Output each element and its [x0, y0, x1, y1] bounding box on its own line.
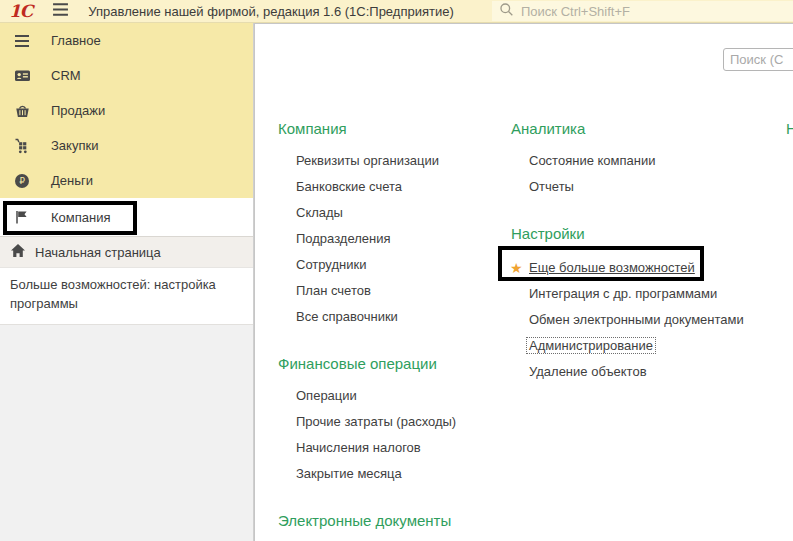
functions-search-input[interactable]	[723, 48, 793, 71]
sidebar-item-label: Главное	[51, 33, 101, 48]
main-menu-button[interactable]	[52, 2, 69, 21]
home-page-label: Начальная страница	[35, 245, 161, 260]
command-link-administrirovanie[interactable]: Администрирование	[511, 333, 761, 359]
command-link[interactable]: Обмен электронными документами	[511, 307, 761, 333]
global-search-placeholder: Поиск Ctrl+Shift+F	[521, 4, 630, 19]
command-link[interactable]: Банковские счета	[278, 174, 503, 200]
sidebar-item-glavnoe[interactable]: Главное	[0, 23, 253, 58]
sidebar-item-label: Деньги	[51, 173, 93, 188]
home-icon	[10, 243, 26, 261]
hamburger-icon	[52, 2, 69, 21]
command-link[interactable]: Удаление объектов	[511, 359, 761, 385]
command-link[interactable]: Все справочники	[278, 304, 503, 330]
content-column-3-partial: Н	[786, 119, 793, 148]
sidebar-item-zakupki[interactable]: Закупки	[0, 128, 253, 163]
ruble-coin-icon: ₽	[13, 172, 31, 189]
command-link[interactable]: Интеграция с др. программами	[511, 281, 761, 307]
sidebar-item-label: Закупки	[51, 138, 98, 153]
command-link[interactable]: Закрытие месяца	[278, 461, 503, 487]
command-link[interactable]: Подразделения	[278, 226, 503, 252]
cart-icon	[13, 137, 31, 154]
sidebar-item-dengi[interactable]: ₽ Деньги	[0, 163, 253, 198]
command-link[interactable]: План счетов	[278, 278, 503, 304]
more-features-nav-link[interactable]: Больше возможностей: настройка программы	[0, 267, 253, 325]
menu-lines-icon	[13, 32, 31, 49]
section-finansovye-operacii: Финансовые операции Операции Прочие затр…	[278, 354, 503, 487]
section-title: Финансовые операции	[278, 354, 503, 374]
section-title: Аналитика	[511, 119, 761, 139]
section-title: Компания	[278, 119, 503, 139]
section-elektronnye-dokumenty: Электронные документы	[278, 511, 503, 531]
sidebar-item-crm[interactable]: CRM	[0, 58, 253, 93]
command-link[interactable]: Прочие затраты (расходы)	[278, 409, 503, 435]
1c-logo: 1С	[9, 3, 32, 20]
section-title-partial: Н	[786, 119, 793, 139]
command-link[interactable]: Начисления налогов	[278, 435, 503, 461]
title-bar: 1С Управление нашей фирмой, редакция 1.6…	[0, 0, 793, 23]
command-link[interactable]: Склады	[278, 200, 503, 226]
command-link[interactable]: Состояние компании	[511, 148, 761, 174]
content-column-1: Компания Реквизиты организации Банковски…	[278, 119, 503, 540]
section-title: Электронные документы	[278, 511, 503, 531]
contact-card-icon	[13, 67, 31, 84]
command-link[interactable]: Операции	[278, 383, 503, 409]
sidebar-item-label: CRM	[51, 68, 81, 83]
highlight-box-kompaniya	[3, 201, 137, 235]
window-title: Управление нашей фирмой, редакция 1.6 (1…	[88, 4, 453, 19]
sidebar-item-prodazhi[interactable]: Продажи	[0, 93, 253, 128]
functions-panel: Компания Реквизиты организации Банковски…	[254, 23, 793, 541]
section-panel: Главное CRM Продажи Закупки	[0, 23, 254, 541]
command-link[interactable]: Реквизиты организации	[278, 148, 503, 174]
section-analitika: Аналитика Состояние компании Отчеты	[511, 119, 761, 200]
command-link[interactable]: Отчеты	[511, 174, 761, 200]
global-search-field[interactable]: Поиск Ctrl+Shift+F	[492, 1, 793, 21]
basket-icon	[13, 102, 31, 119]
command-link[interactable]: Сотрудники	[278, 252, 503, 278]
search-icon	[499, 2, 514, 21]
app-window: 1С Управление нашей фирмой, редакция 1.6…	[0, 0, 793, 541]
section-title: Настройки	[511, 224, 761, 244]
svg-text:₽: ₽	[19, 176, 25, 186]
highlight-box-more-features	[498, 246, 704, 281]
home-page-link[interactable]: Начальная страница	[0, 236, 253, 267]
section-kompaniya: Компания Реквизиты организации Банковски…	[278, 119, 503, 330]
sidebar-item-label: Продажи	[51, 103, 105, 118]
